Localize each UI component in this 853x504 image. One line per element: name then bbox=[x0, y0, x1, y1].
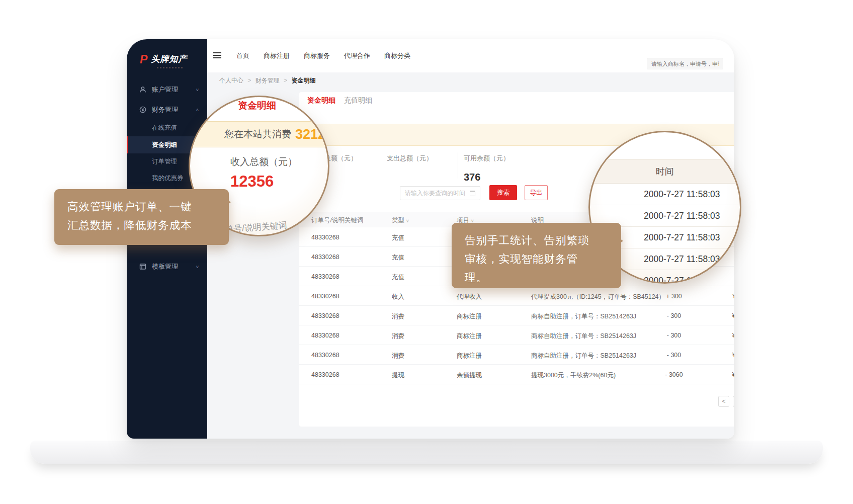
page: P 头牌知产 账户管理 ∨ 财务管理 ∨ bbox=[0, 0, 853, 504]
chevron-up-icon: ∨ bbox=[196, 108, 199, 112]
user-icon bbox=[139, 86, 147, 94]
magnified-time-header: 时间 bbox=[588, 159, 741, 184]
top-navigation: 首页 商标注册 商标服务 代理合作 商标分类 bbox=[236, 39, 410, 72]
callout-left: 高效管理账户订单、一键 汇总数据，降低财务成本 bbox=[54, 189, 229, 245]
search-button[interactable]: 搜索 bbox=[489, 185, 517, 200]
sort-caret-icon: ∨ bbox=[406, 218, 409, 223]
callout-line: 高效管理账户订单、一键 bbox=[67, 198, 216, 216]
sidebar-subitem-label: 在线充值 bbox=[152, 124, 177, 132]
chevron-down-icon: ∨ bbox=[196, 265, 199, 269]
chevron-down-icon: ∨ bbox=[196, 88, 199, 92]
nav-trademark-service[interactable]: 商标服务 bbox=[304, 51, 330, 60]
table-row[interactable]: 48330268收入代理收入代理提成300元（ID:1245，订单号：SB451… bbox=[299, 286, 734, 306]
finance-icon bbox=[139, 106, 147, 114]
sidebar-item-label: 财务管理 bbox=[152, 105, 178, 114]
magnified-income-value: 12356 bbox=[230, 173, 274, 191]
col-order: 订单号/说明关键词 bbox=[311, 216, 363, 225]
date-range-input[interactable]: 请输入你要查询的时间 bbox=[400, 186, 480, 200]
callout-line: 理。 bbox=[465, 269, 608, 287]
sidebar-item-templates[interactable]: 模板管理 ∨ bbox=[127, 257, 207, 277]
banner-prefix: 您在本站共消费 bbox=[224, 128, 291, 141]
stats-divider bbox=[458, 152, 458, 179]
hamburger-menu-icon[interactable] bbox=[213, 52, 221, 58]
tab-recharge-detail[interactable]: 充值明细 bbox=[344, 96, 372, 105]
nav-home[interactable]: 首页 bbox=[236, 51, 249, 60]
breadcrumb: 个人中心 > 财务管理 > 资金明细 bbox=[219, 76, 315, 85]
breadcrumb-separator: > bbox=[284, 77, 287, 84]
breadcrumb-separator: > bbox=[247, 77, 251, 84]
magnified-tab-label: 资金明细 bbox=[238, 99, 276, 112]
sidebar-item-label: 模板管理 bbox=[152, 262, 178, 271]
magnified-consumption-banner: 您在本站共消费 32124 大 820 元 bbox=[189, 121, 329, 147]
magnified-time-row: 2000-7-27 11:58:03 bbox=[588, 184, 741, 205]
logo-text: 头牌知产 bbox=[151, 53, 187, 65]
sidebar-subitem-label: 资金明细 bbox=[152, 141, 177, 149]
sidebar-item-label: 账户管理 bbox=[152, 85, 178, 94]
table-row[interactable]: 48330268消费商标注册商标自助注册，订单号：SB2514263J- 300… bbox=[299, 306, 734, 325]
expense-label: 支出总额（元） bbox=[387, 154, 433, 163]
topbar: 首页 商标注册 商标服务 代理合作 商标分类 bbox=[207, 39, 734, 72]
sidebar-subitem-recharge[interactable]: 在线充值 bbox=[127, 120, 207, 136]
callout-line: 告别手工统计、告别繁琐 bbox=[465, 231, 608, 250]
nav-trademark-register[interactable]: 商标注册 bbox=[264, 51, 290, 60]
breadcrumb-finance[interactable]: 财务管理 bbox=[255, 77, 280, 84]
nav-trademark-category[interactable]: 商标分类 bbox=[384, 51, 410, 60]
table-row[interactable]: 48330268提现余额提现提现3000元，手续费2%(60元)- 3060¥ … bbox=[299, 365, 734, 384]
breadcrumb-home[interactable]: 个人中心 bbox=[219, 77, 243, 84]
page-prev-button[interactable]: < bbox=[718, 396, 729, 407]
table-row[interactable]: 48330268消费商标注册商标自助注册，订单号：SB2514263J- 300… bbox=[299, 345, 734, 365]
calendar-icon bbox=[470, 191, 475, 196]
logo[interactable]: P 头牌知产 bbox=[127, 39, 207, 65]
logo-tagline bbox=[157, 67, 183, 68]
tab-funds-detail[interactable]: 资金明细 bbox=[307, 96, 335, 105]
col-type[interactable]: 类型∨ bbox=[392, 216, 409, 225]
balance-label: 可用余额（元） bbox=[464, 154, 509, 163]
breadcrumb-current: 资金明细 bbox=[291, 77, 315, 84]
sidebar-item-finance[interactable]: 财务管理 ∨ bbox=[127, 100, 207, 120]
laptop-base bbox=[30, 441, 823, 464]
callout-line: 汇总数据，降低财务成本 bbox=[67, 216, 216, 235]
search-input[interactable] bbox=[647, 58, 723, 69]
callout-line: 审核，实现智能财务管 bbox=[465, 250, 608, 269]
logo-icon: P bbox=[140, 54, 147, 64]
callout-right: 告别手工统计、告别繁琐 审核，实现智能财务管 理。 bbox=[452, 223, 621, 288]
date-placeholder: 请输入你要查询的时间 bbox=[405, 189, 465, 198]
table-row[interactable]: 48330268消费商标注册商标自助注册，订单号：SB2514263J- 300… bbox=[299, 325, 734, 345]
page-1-button[interactable]: 1 bbox=[733, 396, 734, 407]
sidebar-subitem-label: 我的优惠券 bbox=[152, 174, 184, 183]
nav-agent-cooperation[interactable]: 代理合作 bbox=[344, 51, 370, 60]
template-icon bbox=[139, 263, 147, 271]
sidebar-subitem-label: 订单管理 bbox=[152, 157, 177, 166]
export-button[interactable]: 导出 bbox=[525, 185, 548, 200]
pagination: < 1 2 3 4 5 > bbox=[718, 396, 734, 407]
magnified-income-label: 收入总额（元） bbox=[230, 155, 297, 169]
balance-value: 376 bbox=[464, 172, 480, 183]
sidebar-item-account[interactable]: 账户管理 ∨ bbox=[127, 79, 207, 100]
